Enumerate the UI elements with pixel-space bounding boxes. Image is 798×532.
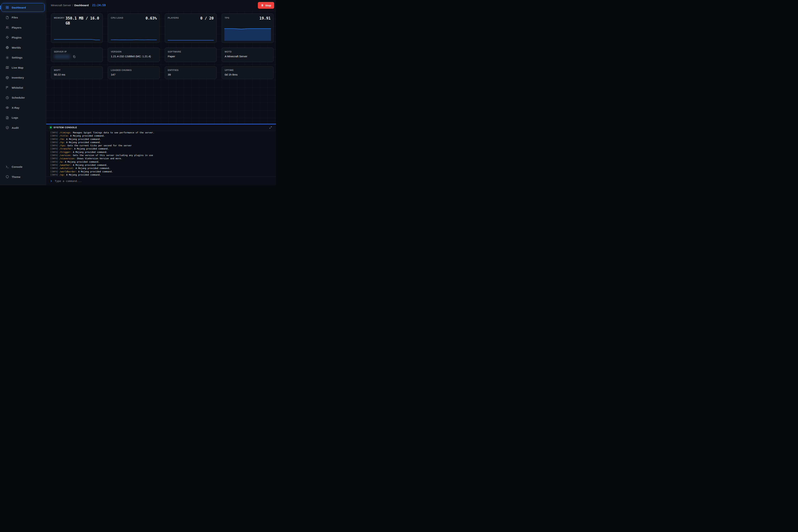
sidebar-nav: DashboardFilesPlayersPluginsWorldsSettin…: [1, 3, 44, 132]
command-input[interactable]: [54, 179, 272, 183]
globe-icon: [5, 46, 9, 49]
eye-icon: [5, 106, 9, 109]
sidebar-item-players[interactable]: Players: [1, 23, 44, 32]
players-sparkline: [168, 38, 214, 41]
info-card-label: VERSION: [111, 51, 121, 53]
sidebar-item-plugins[interactable]: Plugins: [1, 33, 44, 42]
console-log-line: [INFO] /xp: A Mojang provided command.: [50, 173, 272, 176]
metric-card-label: ENTITIES: [168, 69, 178, 72]
stat-card-label: MEMORY: [54, 16, 64, 19]
info-card-value: A Minecraft Server: [225, 55, 271, 58]
sidebar-item-settings[interactable]: Settings: [1, 53, 44, 62]
console-status-dot: [50, 127, 52, 128]
breadcrumb: Minecraft Server / Dashboard: [51, 4, 89, 7]
box-icon: [5, 76, 9, 79]
stat-card-cpu-load: CPU LOAD 0.63%: [108, 14, 160, 43]
sidebar-item-x-ray[interactable]: X-Ray: [1, 103, 44, 112]
stat-card-value: 0.63%: [124, 16, 157, 21]
clock-icon: [5, 96, 9, 99]
server-ip-hidden-value: [54, 54, 70, 59]
dashboard-content: MEMORY 350.1 MB / 16.0 GB CPU LOAD 0.63%…: [46, 11, 276, 185]
metric-card-uptime: UPTIME0d 1h 8ms: [222, 66, 273, 79]
console-log-line: [INFO] /transfer: A Mojang provided comm…: [50, 147, 272, 150]
dashboard-icon: [5, 6, 9, 9]
metrics-card-row: MSPT50.22 msLOADED CHUNKS147ENTITIES39UP…: [51, 66, 273, 79]
shield-check-icon: [5, 126, 9, 130]
stat-card-memory: MEMORY 350.1 MB / 16.0 GB: [51, 14, 103, 43]
sidebar-item-logs[interactable]: Logs: [1, 114, 44, 122]
sidebar-item-live-map[interactable]: Live Map: [1, 63, 44, 72]
stop-server-button[interactable]: Stop: [258, 2, 274, 9]
sidebar-item-audit[interactable]: Audit: [1, 124, 44, 132]
file-icon: [5, 16, 9, 19]
info-card-server-ip: SERVER IP: [51, 48, 103, 62]
sidebar-item-console[interactable]: Console: [1, 163, 44, 171]
stat-card-value: 19.91: [230, 16, 271, 21]
terminal-icon: [5, 165, 9, 169]
info-card-version: VERSION1.21.4-232-12d8fe0 (MC: 1.21.4): [108, 48, 160, 62]
system-console-panel: SYSTEM CONSOLE [INFO] /timings: Manages …: [46, 124, 276, 185]
metric-card-value: 39: [168, 73, 214, 76]
metric-card-mspt: MSPT50.22 ms: [51, 66, 103, 79]
console-input-bar: [46, 176, 276, 185]
memory-sparkline: [54, 38, 100, 41]
metric-card-label: MSPT: [54, 69, 60, 72]
console-log-line: [INFO] /worldborder: A Mojang provided c…: [50, 170, 272, 173]
console-title: SYSTEM CONSOLE: [54, 126, 77, 129]
console-log-line: [INFO] /tp: A Mojang provided command.: [50, 141, 272, 144]
minecraft-server-dashboard: DashboardFilesPlayersPluginsWorldsSettin…: [0, 0, 276, 185]
console-log-line: [INFO] /trigger: A Mojang provided comma…: [50, 151, 272, 154]
sidebar: DashboardFilesPlayersPluginsWorldsSettin…: [0, 0, 46, 185]
info-card-row: SERVER IP VERSION1.21.4-232-12d8fe0 (MC:…: [51, 48, 273, 62]
stat-card-label: CPU LOAD: [111, 16, 123, 19]
metric-card-label: LOADED CHUNKS: [111, 69, 132, 72]
breadcrumb-separator: /: [72, 4, 73, 7]
users-icon: [5, 26, 9, 29]
file-text-icon: [5, 116, 9, 119]
expand-console-icon[interactable]: [269, 126, 272, 129]
info-card-motd: MOTDA Minecraft Server: [222, 48, 273, 62]
stat-card-value: 350.1 MB / 16.0 GB: [65, 16, 100, 26]
map-icon: [5, 66, 9, 69]
prompt-chevron-icon: [50, 180, 53, 182]
info-card-label: MOTD: [225, 51, 232, 53]
console-log[interactable]: [INFO] /timings: Manages Spigot Timings …: [46, 131, 276, 176]
metric-card-value: 147: [111, 73, 157, 76]
info-card-label: SERVER IP: [54, 51, 67, 53]
server-clock: 21:24:59: [92, 4, 106, 7]
breadcrumb-current-page: Dashboard: [74, 4, 89, 7]
sidebar-footer-nav: ConsoleTheme: [1, 163, 44, 181]
sidebar-item-scheduler[interactable]: Scheduler: [1, 93, 44, 102]
console-log-line: [INFO] /viaversion: Shows ViaVersion Ver…: [50, 157, 272, 160]
stat-card-label: TPS: [225, 16, 229, 19]
sidebar-item-dashboard[interactable]: Dashboard: [1, 3, 44, 12]
sidebar-item-files[interactable]: Files: [1, 13, 44, 22]
plugin-icon: [5, 36, 9, 39]
stat-card-players: PLAYERS 0 / 20: [165, 14, 217, 43]
stat-card-value: 0 / 20: [180, 16, 214, 21]
console-log-line: [INFO] /title: A Mojang provided command…: [50, 134, 272, 137]
metric-card-value: 50.22 ms: [54, 73, 100, 76]
gear-icon: [5, 56, 9, 59]
main-area: Minecraft Server / Dashboard 21:24:59 St…: [46, 0, 276, 185]
console-log-line: [INFO] /weather: A Mojang provided comma…: [50, 164, 272, 167]
sidebar-item-whitelist[interactable]: Whitelist: [1, 83, 44, 92]
flag-icon: [5, 86, 9, 89]
stat-card-tps: TPS 19.91: [222, 14, 273, 43]
console-header: SYSTEM CONSOLE: [46, 124, 276, 131]
breadcrumb-server-name[interactable]: Minecraft Server: [51, 4, 71, 7]
sidebar-item-inventory[interactable]: Inventory: [1, 73, 44, 82]
pause-icon: [261, 4, 264, 7]
console-log-line: [INFO] /w: A Mojang provided command.: [50, 160, 272, 164]
metric-card-loaded-chunks: LOADED CHUNKS147: [108, 66, 160, 79]
metric-card-value: 0d 1h 8ms: [225, 73, 271, 76]
sidebar-item-worlds[interactable]: Worlds: [1, 43, 44, 52]
sidebar-item-theme[interactable]: Theme: [1, 173, 44, 181]
metric-card-label: UPTIME: [225, 69, 234, 72]
stat-card-label: PLAYERS: [168, 16, 179, 19]
cpu-load-sparkline: [111, 38, 157, 41]
info-card-value: 1.21.4-232-12d8fe0 (MC: 1.21.4): [111, 55, 157, 58]
theme-icon: [5, 175, 9, 178]
copy-icon[interactable]: [73, 55, 76, 58]
info-card-software: SOFTWAREPaper: [165, 48, 217, 62]
